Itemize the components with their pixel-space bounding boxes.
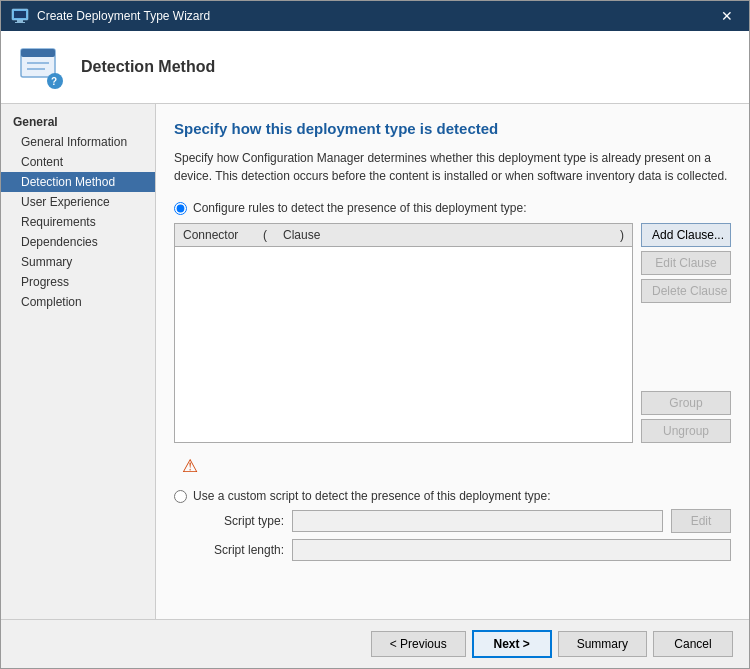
next-button[interactable]: Next > [472,630,552,658]
radio-configure[interactable] [174,202,187,215]
header-title: Detection Method [81,58,215,76]
content-title: Specify how this deployment type is dete… [174,120,731,137]
col-header-connector: Connector [175,224,255,247]
rules-section: Connector ( Clause ) Add Clause... Edit … [174,223,731,443]
svg-text:?: ? [51,76,57,87]
sidebar-item-detection-method[interactable]: Detection Method [1,172,155,192]
content-area: Specify how this deployment type is dete… [156,104,749,619]
script-length-label: Script length: [194,543,284,557]
svg-rect-2 [17,20,23,22]
sidebar-item-progress[interactable]: Progress [1,272,155,292]
description-text: Specify how Configuration Manager determ… [174,149,731,185]
script-type-row: Script type: Edit [194,509,731,533]
previous-button[interactable]: < Previous [371,631,466,657]
dialog: Create Deployment Type Wizard ✕ ? Detect… [0,0,750,669]
close-button[interactable]: ✕ [715,7,739,25]
group-button[interactable]: Group [641,391,731,415]
add-clause-button[interactable]: Add Clause... [641,223,731,247]
sidebar-item-summary[interactable]: Summary [1,252,155,272]
script-type-input[interactable] [292,510,663,532]
script-length-input[interactable] [292,539,731,561]
radio-script-label[interactable]: Use a custom script to detect the presen… [193,489,551,503]
wizard-icon [11,7,29,25]
sidebar-item-completion[interactable]: Completion [1,292,155,312]
script-length-row: Script length: [194,539,731,561]
svg-rect-3 [15,22,25,23]
footer: < Previous Next > Summary Cancel [1,619,749,668]
sidebar-item-requirements[interactable]: Requirements [1,212,155,232]
main-area: General General Information Content Dete… [1,104,749,619]
svg-rect-5 [21,49,55,57]
ungroup-button[interactable]: Ungroup [641,419,731,443]
sidebar-item-general-information[interactable]: General Information [1,132,155,152]
sidebar-item-user-experience[interactable]: User Experience [1,192,155,212]
svg-rect-1 [14,11,26,18]
edit-clause-button[interactable]: Edit Clause [641,251,731,275]
rules-table-container: Connector ( Clause ) [174,223,633,443]
cancel-button[interactable]: Cancel [653,631,733,657]
delete-clause-button[interactable]: Delete Clause [641,279,731,303]
sidebar: General General Information Content Dete… [1,104,156,619]
sidebar-item-dependencies[interactable]: Dependencies [1,232,155,252]
col-header-clause: Clause [275,224,612,247]
radio-script-option: Use a custom script to detect the presen… [174,489,731,503]
script-type-label: Script type: [194,514,284,528]
rules-table: Connector ( Clause ) [175,224,632,247]
script-fields: Script type: Edit Script length: [194,509,731,561]
sidebar-category-general: General [1,112,155,132]
radio-script[interactable] [174,490,187,503]
col-header-close-paren: ) [612,224,632,247]
title-bar: Create Deployment Type Wizard ✕ [1,1,749,31]
radio-configure-option: Configure rules to detect the presence o… [174,201,731,215]
col-header-open-paren: ( [255,224,275,247]
side-buttons: Add Clause... Edit Clause Delete Clause … [641,223,731,443]
radio-configure-label[interactable]: Configure rules to detect the presence o… [193,201,527,215]
summary-button[interactable]: Summary [558,631,647,657]
header-section: ? Detection Method [1,31,749,104]
sidebar-item-content[interactable]: Content [1,152,155,172]
dialog-title: Create Deployment Type Wizard [37,9,210,23]
header-icon: ? [17,43,65,91]
custom-script-section: Use a custom script to detect the presen… [174,489,731,561]
edit-script-button[interactable]: Edit [671,509,731,533]
info-icon: ⚠ [182,455,198,477]
